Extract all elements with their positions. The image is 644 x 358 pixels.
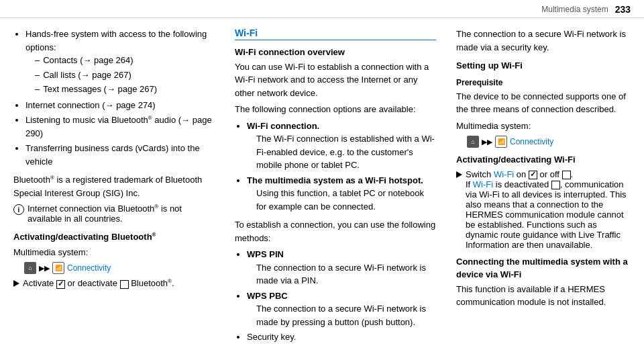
call-lists-item: Call lists (→ page 267)	[35, 69, 215, 82]
switch-desc: , communication via Wi-Fi to all devices…	[466, 179, 627, 250]
right-column: The connection to a secure Wi-Fi network…	[456, 28, 631, 349]
switch-text: Switch Wi-Fi on or off . If Wi-Fi is dea…	[466, 169, 631, 250]
bluetooth-audio-item: Listening to music via Bluetooth® audio …	[25, 114, 215, 140]
switch-checked	[529, 171, 537, 179]
wps-pbc-desc: The connection to a secure Wi-Fi network…	[256, 302, 436, 328]
checked-box	[56, 280, 65, 289]
multimedia-label-left: Multimedia system:	[13, 246, 215, 259]
action-triangle	[13, 280, 19, 287]
wifi-options-intro: The following connection options are ava…	[235, 103, 436, 116]
nav-path-left: ⌂ ▶▶ 📶 Connectivity	[24, 262, 215, 274]
wps-pin-label: WPS PIN	[247, 249, 284, 259]
connecting-desc: This function is available if a HERMES c…	[456, 283, 631, 309]
action-line: Activate or deactivate Bluetooth®.	[13, 278, 215, 288]
security-key-desc: The connection to a secure Wi-Fi network…	[456, 28, 631, 54]
deactivated-box	[551, 181, 560, 189]
wifi-icon-right: 📶	[495, 136, 507, 148]
multimedia-hotspot-label: The multimedia system as a Wi-Fi hotspot…	[247, 175, 423, 185]
nav-path-right: ⌂ ▶▶ 📶 Connectivity	[467, 136, 631, 148]
left-column: Hands-free system with access to the fol…	[13, 28, 221, 349]
connection-methods: WPS PIN The connection to a secure Wi-Fi…	[235, 248, 436, 344]
wifi-intro: You can use Wi-Fi to establish a connect…	[235, 60, 436, 100]
prerequisite-desc: The device to be connected supports one …	[456, 90, 631, 116]
connectivity-label-right: Connectivity	[510, 137, 553, 146]
connecting-title: Connecting the multimedia system with a …	[456, 255, 631, 281]
home-icon-left: ⌂	[24, 262, 36, 274]
bluetooth-trademark: Bluetooth® is a registered trademark of …	[13, 173, 215, 199]
connectivity-label-left: Connectivity	[67, 263, 111, 273]
wps-pin-desc: The connection to a secure Wi-Fi network…	[256, 261, 436, 287]
left-bullets: Hands-free system with access to the fol…	[13, 28, 215, 168]
info-box: i Internet connection via Bluetooth® is …	[13, 204, 215, 224]
establish-label: To establish a connection, you can use t…	[235, 218, 436, 244]
switch-unchecked	[562, 171, 571, 179]
vcards-item: Transferring business cards (vCards) int…	[25, 142, 215, 168]
setup-wifi-title: Setting up Wi-Fi	[456, 59, 631, 73]
multimedia-label-right: Multimedia system:	[456, 120, 631, 133]
security-key-item: Security key.	[247, 330, 436, 344]
info-text: Internet connection via Bluetooth® is no…	[28, 204, 215, 224]
header: Multimedia system 233	[0, 0, 644, 18]
text-messages-item: Text messages (→ page 267)	[35, 83, 215, 96]
wifi-options: Wi-Fi connection. The Wi-Fi connection i…	[235, 120, 436, 214]
header-title: Multimedia system	[541, 5, 608, 14]
action-text: Activate or deactivate Bluetooth®.	[23, 278, 174, 288]
switch-action-line: Switch Wi-Fi on or off . If Wi-Fi is dea…	[456, 169, 631, 250]
wps-pbc-label: WPS PBC	[247, 291, 288, 301]
wifi-icon-left: 📶	[52, 262, 64, 274]
sub-bullets: Contacts (→ page 264) Call lists (→ page…	[25, 54, 215, 96]
home-icon-right: ⌂	[467, 136, 479, 148]
wifi-connection-label: Wi-Fi connection.	[247, 121, 319, 131]
wifi-connection-desc: The Wi-Fi connection is established with…	[256, 132, 436, 172]
internet-connection-item: Internet connection (→ page 274)	[25, 99, 215, 112]
wps-pin-item: WPS PIN The connection to a secure Wi-Fi…	[247, 248, 436, 287]
contacts-item: Contacts (→ page 264)	[35, 54, 215, 67]
wps-pbc-item: WPS PBC The connection to a secure Wi-Fi…	[247, 289, 436, 329]
wifi-section-title: Wi-Fi connection overview	[235, 46, 436, 59]
prerequisite-label: Prerequisite	[456, 77, 631, 89]
activate-bluetooth-title: Activating/deactivating Bluetooth®	[13, 230, 215, 244]
wifi-connection-option: Wi-Fi connection. The Wi-Fi connection i…	[247, 120, 436, 172]
wifi-header: Wi-Fi	[235, 28, 436, 40]
info-icon: i	[13, 204, 24, 215]
unchecked-box	[120, 280, 129, 289]
wifi-blue-deactivated: Wi-Fi	[473, 179, 493, 189]
header-page: 233	[615, 4, 631, 15]
nav-arrow-left: ▶▶	[39, 264, 50, 273]
switch-triangle	[456, 171, 462, 178]
wifi-blue-text: Wi-Fi	[494, 169, 514, 179]
multimedia-hotspot-option: The multimedia system as a Wi-Fi hotspot…	[247, 174, 436, 214]
content: Hands-free system with access to the fol…	[0, 18, 644, 358]
middle-column: Wi-Fi Wi-Fi connection overview You can …	[235, 28, 443, 349]
multimedia-hotspot-desc: Using this function, a tablet PC or note…	[256, 187, 436, 213]
nav-arrow-right: ▶▶	[482, 138, 492, 146]
activating-title: Activating/deactivating Wi-Fi	[456, 153, 631, 167]
section-activate-bluetooth: Activating/deactivating Bluetooth® Multi…	[13, 230, 215, 288]
bullet-hands-free: Hands-free system with access to the fol…	[25, 28, 215, 96]
